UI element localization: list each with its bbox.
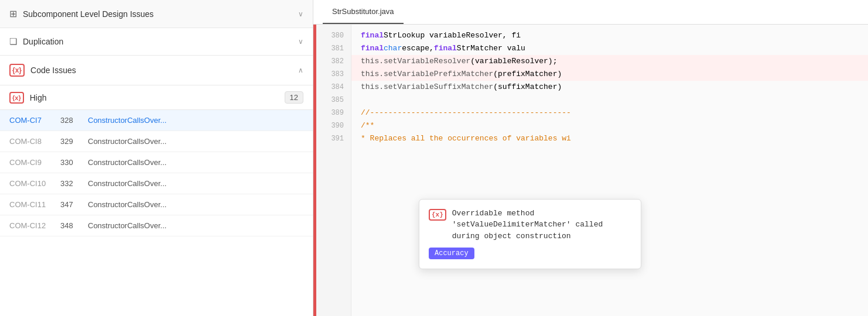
issue-name: ConstructorCallsOver... bbox=[88, 221, 303, 230]
code-line: this.setVariableSuffixMatcher(suffixMatc… bbox=[361, 81, 859, 94]
issue-id: COM-CI12 bbox=[9, 221, 53, 230]
subcomponent-chevron: ∨ bbox=[298, 10, 303, 18]
code-line: this.setVariablePrefixMatcher(prefixMatc… bbox=[351, 68, 868, 81]
duplication-title: Duplication bbox=[23, 37, 63, 46]
line-number: 382{x}1 bbox=[316, 55, 351, 68]
subcomponent-icon: ⊞ bbox=[9, 8, 17, 19]
issue-row[interactable]: COM-CI12348ConstructorCallsOver... bbox=[0, 215, 313, 236]
line-number: 391 bbox=[316, 132, 351, 145]
left-panel: ⊞ Subcomponent Level Design Issues ∨ ❏ D… bbox=[0, 0, 313, 316]
issue-tooltip: {x} Overridable method 'setValueDelimite… bbox=[419, 199, 641, 270]
file-tab[interactable]: StrSubstitutor.java bbox=[323, 0, 404, 24]
code-area: 380381382{x}1383{x}1384{x}1385389{x}1390… bbox=[313, 25, 868, 316]
issue-line: 332 bbox=[60, 179, 81, 188]
accuracy-badge: Accuracy bbox=[429, 248, 474, 259]
line-number: 385 bbox=[316, 94, 351, 107]
duplication-section-left: ❏ Duplication bbox=[9, 36, 63, 47]
duplication-chevron: ∨ bbox=[298, 37, 303, 46]
issue-row[interactable]: COM-CI7328ConstructorCallsOver... bbox=[0, 110, 313, 131]
code-line: final StrLookup variableResolver, fi bbox=[361, 29, 859, 42]
issue-id: COM-CI9 bbox=[9, 158, 53, 167]
issue-name: ConstructorCallsOver... bbox=[88, 116, 303, 125]
high-severity-row: {x} High 12 bbox=[0, 85, 313, 110]
issue-list: COM-CI7328ConstructorCallsOver...COM-CI8… bbox=[0, 110, 313, 316]
tooltip-header: {x} Overridable method 'setValueDelimite… bbox=[429, 208, 631, 242]
code-issues-left: {x} Code Issues bbox=[9, 64, 76, 77]
tooltip-icon: {x} bbox=[429, 209, 446, 221]
duplication-icon: ❏ bbox=[9, 36, 17, 47]
high-severity-label: High bbox=[30, 93, 47, 102]
code-lines: final StrLookup variableResolver, fi fin… bbox=[351, 25, 868, 316]
issue-row[interactable]: COM-CI11347ConstructorCallsOver... bbox=[0, 194, 313, 215]
issue-name: ConstructorCallsOver... bbox=[88, 137, 303, 146]
issue-name: ConstructorCallsOver... bbox=[88, 200, 303, 209]
code-line: //--------------------------------------… bbox=[361, 107, 859, 119]
code-line: this.setVariableResolver(variableResolve… bbox=[351, 55, 868, 68]
issue-row[interactable]: COM-CI8329ConstructorCallsOver... bbox=[0, 131, 313, 152]
subcomponent-title: Subcomponent Level Design Issues bbox=[23, 9, 153, 19]
line-number: 383{x}1 bbox=[316, 68, 351, 81]
duplication-section-header[interactable]: ❏ Duplication ∨ bbox=[0, 28, 313, 56]
issue-row[interactable]: COM-CI9330ConstructorCallsOver... bbox=[0, 152, 313, 173]
high-severity-icon: {x} bbox=[9, 92, 24, 104]
code-line: final char escape, final StrMatcher valu bbox=[361, 42, 859, 55]
code-issues-title: Code Issues bbox=[30, 66, 76, 75]
line-numbers: 380381382{x}1383{x}1384{x}1385389{x}1390… bbox=[316, 25, 351, 316]
subcomponent-section-left: ⊞ Subcomponent Level Design Issues bbox=[9, 8, 153, 19]
high-severity-count: 12 bbox=[285, 91, 303, 104]
issue-id: COM-CI8 bbox=[9, 137, 53, 146]
issue-id: COM-CI10 bbox=[9, 179, 53, 188]
line-number: 380 bbox=[316, 29, 351, 42]
issue-line: 329 bbox=[60, 137, 81, 146]
line-number: 381 bbox=[316, 42, 351, 55]
issue-line: 330 bbox=[60, 158, 81, 167]
line-number: 389{x}1 bbox=[316, 107, 351, 119]
code-issues-section-header[interactable]: {x} Code Issues ∧ bbox=[0, 56, 313, 85]
code-line bbox=[361, 94, 859, 107]
issue-name: ConstructorCallsOver... bbox=[88, 158, 303, 167]
issue-line: 348 bbox=[60, 221, 81, 230]
tooltip-message: Overridable method 'setValueDelimiterMat… bbox=[452, 208, 631, 242]
issue-id: COM-CI7 bbox=[9, 116, 53, 125]
right-panel: StrSubstitutor.java 380381382{x}1383{x}1… bbox=[313, 0, 868, 316]
issue-id: COM-CI11 bbox=[9, 200, 53, 209]
code-issues-chevron: ∧ bbox=[298, 66, 303, 74]
line-number: 384{x}1 bbox=[316, 81, 351, 94]
subcomponent-section-header[interactable]: ⊞ Subcomponent Level Design Issues ∨ bbox=[0, 0, 313, 28]
code-issues-icon: {x} bbox=[9, 64, 25, 77]
high-severity-left: {x} High bbox=[9, 92, 46, 104]
line-number: 390 bbox=[316, 119, 351, 132]
code-line: * Replaces all the occurrences of variab… bbox=[361, 132, 859, 145]
issue-line: 328 bbox=[60, 116, 81, 125]
issue-line: 347 bbox=[60, 200, 81, 209]
issue-row[interactable]: COM-CI10332ConstructorCallsOver... bbox=[0, 173, 313, 194]
code-line: /** bbox=[361, 119, 859, 132]
issue-name: ConstructorCallsOver... bbox=[88, 179, 303, 188]
tab-bar: StrSubstitutor.java bbox=[313, 0, 868, 25]
